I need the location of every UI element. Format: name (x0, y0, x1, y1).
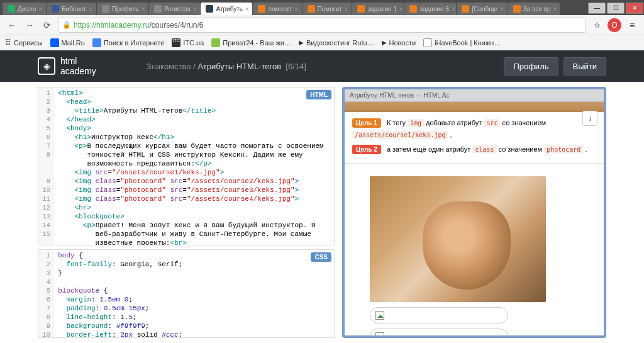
profile-button[interactable]: Профиль (504, 57, 558, 76)
preview-pane: Атрибуты HTML-тегов — HTML Ac ↓ Цель 1 К… (342, 87, 606, 338)
close-icon[interactable]: × (142, 6, 145, 13)
goal-badge: Цель 1 (352, 118, 381, 128)
apps-button[interactable]: ⠿Сервисы (5, 38, 43, 47)
broken-image (370, 329, 508, 338)
browser-tab[interactable]: Регистра× (149, 3, 201, 15)
logo-icon: ◈ (38, 57, 55, 75)
line-numbers: 12345678910111213141516171819202122 (38, 87, 54, 245)
menu-button[interactable]: ≡ (625, 18, 639, 32)
browser-tab[interactable]: помогит× (253, 3, 301, 15)
browser-tab[interactable]: Помогит× (303, 3, 352, 15)
browser-tab[interactable]: задание 1× (352, 3, 404, 15)
browser-toolbar: ← → ⟳ 🔒 https://htmlacademy.ru/courses/4… (0, 15, 644, 35)
code-area[interactable]: body { font-family: Georgia, serif; } bl… (54, 250, 203, 337)
extension-icon[interactable]: ☆ (590, 18, 604, 32)
bookmark-item[interactable]: Поиск в Интернете (92, 38, 164, 47)
code-area[interactable]: <html> <head> <title>Атрибуты HTML-тегов… (54, 87, 327, 245)
broken-image-icon (375, 311, 384, 320)
url-path: /courses/4/run/6 (150, 21, 204, 30)
browser-tab-active[interactable]: Атрибуть× (201, 3, 252, 15)
browser-tab[interactable]: [Сообще× (457, 3, 507, 15)
bookmark-item[interactable]: ▶Видеохостинг Rutu… (299, 39, 374, 47)
close-button[interactable]: ✕ (626, 3, 643, 14)
browser-tab[interactable]: За все вр× (508, 3, 560, 15)
browser-tab[interactable]: Профиль× (97, 3, 148, 15)
bookmark-item[interactable]: ▶Новости (382, 39, 416, 47)
logout-button[interactable]: Выйти (564, 57, 607, 76)
close-icon[interactable]: × (38, 6, 42, 13)
bookmarks-bar: ⠿Сервисы Mail.Ru Поиск в Интернете ITCIT… (0, 35, 644, 50)
browser-tab[interactable]: Диало× (3, 3, 46, 15)
close-icon[interactable]: × (553, 6, 557, 13)
back-button[interactable]: ← (5, 18, 19, 32)
scroll-down-button[interactable]: ↓ (582, 111, 597, 126)
goals-panel: Цель 1 К тегу img добавьте атрибут src с… (345, 112, 604, 164)
close-icon[interactable]: × (245, 6, 249, 13)
lock-icon: 🔒 (62, 21, 71, 29)
cat-image (370, 176, 546, 302)
close-icon[interactable]: × (452, 6, 455, 13)
css-editor[interactable]: CSS 12345678910111213 body { font-family… (38, 249, 335, 338)
close-icon[interactable]: × (89, 6, 92, 13)
minimize-button[interactable]: — (588, 3, 606, 14)
broken-image-icon (375, 332, 384, 338)
bookmark-item[interactable]: Mail.Ru (50, 38, 85, 47)
bookmark-item[interactable]: ITCITC.ua (172, 38, 204, 47)
close-icon[interactable]: × (345, 6, 348, 13)
site-header: ◈ htmlacademy Знакомство / Атрибуты HTML… (0, 50, 644, 82)
browser-tab[interactable]: задание 6× (404, 3, 456, 15)
html-badge: HTML (306, 90, 331, 99)
extension-icon[interactable]: O (608, 18, 621, 32)
url-bar[interactable]: 🔒 https://htmlacademy.ru/courses/4/run/6 (58, 18, 586, 33)
css-badge: CSS (311, 252, 331, 262)
browser-tabstrip: Диало× Библиот× Профиль× Регистра× Атриб… (0, 0, 644, 15)
bookmark-item[interactable]: Приват24 - Ваш жи… (211, 38, 291, 47)
preview-tab: Атрибуты HTML-тегов — HTML Ac (345, 89, 604, 102)
line-numbers: 12345678910111213 (38, 250, 54, 337)
breadcrumb: Знакомство / Атрибуты HTML-тегов [6/14] (147, 62, 306, 71)
forward-button[interactable]: → (23, 18, 36, 32)
close-icon[interactable]: × (294, 6, 298, 13)
browser-tab[interactable]: Библиот× (47, 3, 96, 15)
maximize-button[interactable]: ☐ (607, 3, 625, 14)
url-host: https://htmlacademy.ru (74, 21, 150, 30)
close-icon[interactable]: × (399, 6, 403, 13)
logo[interactable]: ◈ htmlacademy (38, 56, 96, 76)
bookmark-item[interactable]: iHaveBook | Книжн… (423, 38, 501, 47)
close-icon[interactable]: × (500, 6, 504, 13)
reload-button[interactable]: ⟳ (40, 18, 54, 32)
goal-badge: Цель 2 (352, 145, 381, 154)
close-icon[interactable]: × (193, 6, 197, 13)
broken-image (370, 307, 508, 323)
html-editor[interactable]: HTML 12345678910111213141516171819202122… (38, 87, 335, 245)
